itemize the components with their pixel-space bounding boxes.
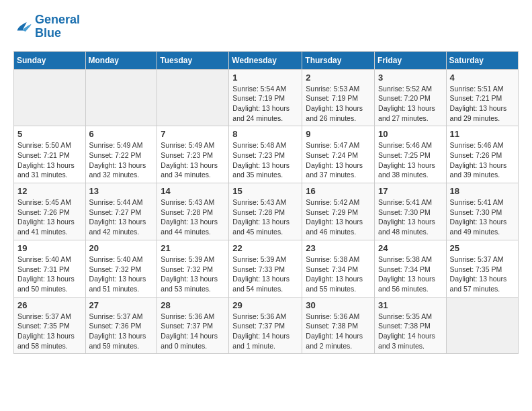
calendar-cell: 28Sunrise: 5:36 AM Sunset: 7:37 PM Dayli… <box>157 297 229 354</box>
logo-bird-icon <box>13 17 32 36</box>
calendar-cell: 11Sunrise: 5:46 AM Sunset: 7:26 PM Dayli… <box>446 126 518 183</box>
weekday-header-friday: Friday <box>375 51 447 69</box>
day-info: Sunrise: 5:37 AM Sunset: 7:35 PM Dayligh… <box>17 312 82 351</box>
calendar-cell: 23Sunrise: 5:38 AM Sunset: 7:34 PM Dayli… <box>302 240 375 297</box>
day-info: Sunrise: 5:36 AM Sunset: 7:37 PM Dayligh… <box>232 312 298 351</box>
calendar-cell: 1Sunrise: 5:54 AM Sunset: 7:19 PM Daylig… <box>229 69 302 126</box>
calendar-cell: 17Sunrise: 5:41 AM Sunset: 7:30 PM Dayli… <box>375 183 447 240</box>
calendar-cell: 21Sunrise: 5:39 AM Sunset: 7:32 PM Dayli… <box>157 240 229 297</box>
calendar-cell: 25Sunrise: 5:37 AM Sunset: 7:35 PM Dayli… <box>446 240 518 297</box>
weekday-header-row: SundayMondayTuesdayWednesdayThursdayFrid… <box>14 51 519 69</box>
day-number: 8 <box>232 129 298 139</box>
calendar-cell: 10Sunrise: 5:46 AM Sunset: 7:25 PM Dayli… <box>375 126 447 183</box>
calendar-cell: 29Sunrise: 5:36 AM Sunset: 7:37 PM Dayli… <box>229 297 302 354</box>
day-info: Sunrise: 5:44 AM Sunset: 7:27 PM Dayligh… <box>89 197 154 237</box>
day-number: 31 <box>378 300 443 310</box>
calendar-table: SundayMondayTuesdayWednesdayThursdayFrid… <box>13 51 519 355</box>
calendar-week-row: 19Sunrise: 5:40 AM Sunset: 7:31 PM Dayli… <box>14 240 519 297</box>
calendar-cell: 14Sunrise: 5:43 AM Sunset: 7:28 PM Dayli… <box>157 183 229 240</box>
weekday-header-sunday: Sunday <box>14 51 86 69</box>
day-number: 14 <box>161 186 225 196</box>
day-info: Sunrise: 5:36 AM Sunset: 7:37 PM Dayligh… <box>161 312 225 351</box>
calendar-cell: 5Sunrise: 5:50 AM Sunset: 7:21 PM Daylig… <box>14 126 86 183</box>
day-number: 29 <box>232 300 298 310</box>
day-number: 11 <box>450 129 515 139</box>
day-number: 4 <box>450 73 515 83</box>
calendar-week-row: 12Sunrise: 5:45 AM Sunset: 7:26 PM Dayli… <box>14 183 519 240</box>
calendar-cell: 13Sunrise: 5:44 AM Sunset: 7:27 PM Dayli… <box>85 183 157 240</box>
calendar-cell: 2Sunrise: 5:53 AM Sunset: 7:19 PM Daylig… <box>302 69 375 126</box>
calendar-cell: 3Sunrise: 5:52 AM Sunset: 7:20 PM Daylig… <box>375 69 447 126</box>
calendar-cell: 20Sunrise: 5:40 AM Sunset: 7:32 PM Dayli… <box>85 240 157 297</box>
calendar-week-row: 1Sunrise: 5:54 AM Sunset: 7:19 PM Daylig… <box>14 69 519 126</box>
day-info: Sunrise: 5:38 AM Sunset: 7:34 PM Dayligh… <box>378 255 443 294</box>
day-info: Sunrise: 5:39 AM Sunset: 7:32 PM Dayligh… <box>161 255 225 294</box>
day-info: Sunrise: 5:51 AM Sunset: 7:21 PM Dayligh… <box>450 84 515 124</box>
day-number: 25 <box>450 243 515 253</box>
day-info: Sunrise: 5:46 AM Sunset: 7:26 PM Dayligh… <box>450 140 515 180</box>
day-number: 10 <box>378 129 443 139</box>
calendar-cell: 22Sunrise: 5:39 AM Sunset: 7:33 PM Dayli… <box>229 240 302 297</box>
day-number: 28 <box>161 300 225 310</box>
calendar-cell: 19Sunrise: 5:40 AM Sunset: 7:31 PM Dayli… <box>14 240 86 297</box>
calendar-cell: 6Sunrise: 5:49 AM Sunset: 7:22 PM Daylig… <box>85 126 157 183</box>
calendar-cell: 27Sunrise: 5:37 AM Sunset: 7:36 PM Dayli… <box>85 297 157 354</box>
calendar-cell <box>85 69 157 126</box>
calendar-week-row: 26Sunrise: 5:37 AM Sunset: 7:35 PM Dayli… <box>14 297 519 354</box>
day-number: 13 <box>89 186 154 196</box>
day-number: 22 <box>232 243 298 253</box>
day-number: 21 <box>161 243 225 253</box>
day-info: Sunrise: 5:41 AM Sunset: 7:30 PM Dayligh… <box>450 197 515 237</box>
day-info: Sunrise: 5:40 AM Sunset: 7:32 PM Dayligh… <box>89 255 154 294</box>
day-info: Sunrise: 5:43 AM Sunset: 7:28 PM Dayligh… <box>161 197 225 237</box>
day-info: Sunrise: 5:50 AM Sunset: 7:21 PM Dayligh… <box>17 140 82 180</box>
day-info: Sunrise: 5:40 AM Sunset: 7:31 PM Dayligh… <box>17 255 82 294</box>
day-info: Sunrise: 5:43 AM Sunset: 7:28 PM Dayligh… <box>232 197 298 237</box>
day-number: 26 <box>17 300 82 310</box>
day-number: 5 <box>17 129 82 139</box>
calendar-cell: 24Sunrise: 5:38 AM Sunset: 7:34 PM Dayli… <box>375 240 447 297</box>
weekday-header-wednesday: Wednesday <box>229 51 302 69</box>
weekday-header-monday: Monday <box>85 51 157 69</box>
day-number: 20 <box>89 243 154 253</box>
calendar-cell: 30Sunrise: 5:36 AM Sunset: 7:38 PM Dayli… <box>302 297 375 354</box>
day-number: 19 <box>17 243 82 253</box>
day-number: 24 <box>378 243 443 253</box>
day-number: 3 <box>378 73 443 83</box>
calendar-cell: 4Sunrise: 5:51 AM Sunset: 7:21 PM Daylig… <box>446 69 518 126</box>
day-info: Sunrise: 5:52 AM Sunset: 7:20 PM Dayligh… <box>378 84 443 124</box>
calendar-cell: 16Sunrise: 5:42 AM Sunset: 7:29 PM Dayli… <box>302 183 375 240</box>
weekday-header-thursday: Thursday <box>302 51 375 69</box>
calendar-cell <box>157 69 229 126</box>
day-info: Sunrise: 5:36 AM Sunset: 7:38 PM Dayligh… <box>306 312 371 351</box>
day-info: Sunrise: 5:49 AM Sunset: 7:23 PM Dayligh… <box>161 140 225 180</box>
calendar-week-row: 5Sunrise: 5:50 AM Sunset: 7:21 PM Daylig… <box>14 126 519 183</box>
day-info: Sunrise: 5:46 AM Sunset: 7:25 PM Dayligh… <box>378 140 443 180</box>
day-number: 17 <box>378 186 443 196</box>
day-info: Sunrise: 5:37 AM Sunset: 7:36 PM Dayligh… <box>89 312 154 351</box>
calendar-cell: 18Sunrise: 5:41 AM Sunset: 7:30 PM Dayli… <box>446 183 518 240</box>
day-info: Sunrise: 5:47 AM Sunset: 7:24 PM Dayligh… <box>306 140 371 180</box>
logo: General Blue <box>13 13 80 40</box>
calendar-cell: 8Sunrise: 5:48 AM Sunset: 7:23 PM Daylig… <box>229 126 302 183</box>
day-number: 7 <box>161 129 225 139</box>
calendar-cell: 15Sunrise: 5:43 AM Sunset: 7:28 PM Dayli… <box>229 183 302 240</box>
day-number: 23 <box>306 243 371 253</box>
day-info: Sunrise: 5:42 AM Sunset: 7:29 PM Dayligh… <box>306 197 371 237</box>
calendar-cell <box>446 297 518 354</box>
day-number: 30 <box>306 300 371 310</box>
day-info: Sunrise: 5:54 AM Sunset: 7:19 PM Dayligh… <box>232 84 298 124</box>
day-info: Sunrise: 5:45 AM Sunset: 7:26 PM Dayligh… <box>17 197 82 237</box>
weekday-header-tuesday: Tuesday <box>157 51 229 69</box>
calendar-cell: 26Sunrise: 5:37 AM Sunset: 7:35 PM Dayli… <box>14 297 86 354</box>
day-number: 12 <box>17 186 82 196</box>
calendar-cell: 7Sunrise: 5:49 AM Sunset: 7:23 PM Daylig… <box>157 126 229 183</box>
day-info: Sunrise: 5:35 AM Sunset: 7:38 PM Dayligh… <box>378 312 443 351</box>
day-number: 27 <box>89 300 154 310</box>
day-number: 18 <box>450 186 515 196</box>
day-number: 16 <box>306 186 371 196</box>
day-number: 1 <box>232 73 298 83</box>
calendar-cell <box>14 69 86 126</box>
day-number: 6 <box>89 129 154 139</box>
day-number: 2 <box>306 73 371 83</box>
